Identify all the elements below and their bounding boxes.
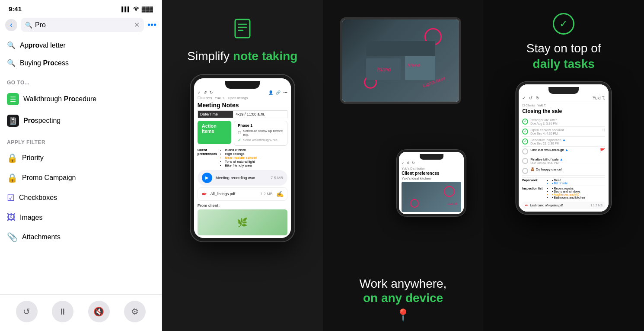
- goto-icon-prospecting: 📓: [7, 115, 19, 127]
- tasks-pdf: ✒ Last round of repairs.pdf 1.1.2 MB: [522, 202, 605, 209]
- spacer: [543, 96, 589, 100]
- panel2-title-normal: Work anywhere,: [360, 277, 447, 290]
- checkmark-done: ✓: [238, 138, 241, 142]
- search-result-icon: 🔍: [7, 41, 16, 49]
- phone-mockup-1: ✓ ↺ ↻ 👤 🔗 ••• ☐ Clients Yuki T. Open lis…: [191, 75, 294, 241]
- left-panel: 9:41 ▌▌▌ ▓▓▓ ‹ 🔍 Pro ✕ ••• 🔍 Approval le…: [0, 0, 162, 331]
- paperwork-content: • Deed • Bill of sale: [548, 179, 605, 185]
- svg-text:Island: Island: [407, 63, 420, 68]
- search-icon: 🔍: [25, 22, 32, 29]
- pref-island: Island kitchen: [225, 148, 257, 152]
- task-content-2: Open escrow account Due Sep 4, 4:30 PM: [530, 128, 600, 135]
- redo-icon-2: ↻: [412, 161, 415, 165]
- pdf-icon: ✒: [201, 190, 207, 198]
- pref-ceilings: High ceilings: [225, 152, 257, 156]
- repairs-item: • Recent repairs: [552, 187, 605, 190]
- search-result-icon: 🔍: [7, 59, 16, 67]
- pdf-filename: All_listings.pdf: [210, 192, 257, 196]
- yuki-label: Yuki T.: [593, 96, 605, 100]
- panel2-bottom: Work anywhere, on any device 📍: [360, 276, 447, 322]
- back-button[interactable]: ‹: [5, 19, 17, 31]
- panel-daily-tasks: ✓ Stay on top of daily tasks ✓ ↺ ↻ Yuki …: [483, 0, 644, 331]
- clear-button[interactable]: ✕: [134, 21, 140, 29]
- mute-button[interactable]: 🔇: [88, 301, 110, 322]
- note-subtitle-2: Yuki's ideal kitchen: [402, 177, 461, 180]
- phase-box: Phase 1 ☐ Schedule follow up before trip…: [234, 121, 287, 146]
- note-table: Date/Time 4-19 / 11:00 a.m.: [198, 110, 287, 118]
- table-value-datetime: 4-19 / 11:00 a.m.: [233, 110, 287, 118]
- task-due-2: Due Sep 4, 4:30 PM: [530, 132, 600, 135]
- phase-task-1: ☐ Schedule follow up before trip.: [238, 129, 284, 137]
- undo-icon: ↺: [204, 90, 207, 95]
- tasks-phone-mockup: ✓ ↺ ↻ Yuki T. ☐ Clients Yuki T. Closing …: [516, 82, 611, 214]
- deed-item: • Deed: [552, 179, 605, 182]
- task-checkbox-3: ✓: [522, 138, 528, 145]
- redo-icon: ↻: [210, 90, 213, 95]
- note-title-2: Client preferences: [402, 171, 461, 176]
- bathrooms-item: • Bathrooms and kitchen: [552, 196, 605, 199]
- svg-rect-0: [235, 19, 250, 38]
- search-input-container[interactable]: 🔍 Pro ✕: [21, 18, 144, 32]
- goto-walkthrough[interactable]: ☰ Walkthrough Procedure: [0, 88, 162, 110]
- panel3-title-highlight: daily tasks: [533, 57, 595, 71]
- task-content-4: One last walk-through ▲: [530, 148, 598, 152]
- filter-priority[interactable]: 🔒 Priority: [0, 148, 162, 168]
- pdf-file: ✒ All_listings.pdf 1.2 MB ✍: [198, 187, 287, 201]
- result-buying-process[interactable]: 🔍 Buying Process: [0, 54, 162, 72]
- panel3-title-normal: Stay on top of: [526, 42, 601, 55]
- check-icon-2: ✓: [402, 161, 405, 165]
- search-bar-row: ‹ 🔍 Pro ✕ •••: [0, 15, 162, 36]
- redo-icon-3: ↻: [536, 96, 539, 100]
- table-row-paperwork: Paperwork • Deed • Bill of sale: [522, 177, 605, 186]
- phone-kitchen-img: Island: [402, 182, 461, 212]
- tasks-table: Paperwork • Deed • Bill of sale Inspecti…: [522, 177, 605, 200]
- battery-icon: ▓▓▓: [142, 6, 153, 12]
- undo-icon-3: ↺: [529, 96, 532, 100]
- panel1-title-highlight: note taking: [233, 49, 297, 63]
- result-approval-letter[interactable]: 🔍 Approval letter: [0, 36, 162, 54]
- goto-text-prospecting: Prospecting: [23, 117, 61, 125]
- phone-mockup-2: ✓ ↺ ↻ Yuki's Distribution Client prefere…: [397, 150, 466, 216]
- breadcrumb: ☐ Clients Yuki T. Open listings: [198, 96, 287, 100]
- result-text: Approval letter: [20, 42, 66, 49]
- search-query: Pro: [35, 21, 131, 29]
- goto-prospecting[interactable]: 📓 Prospecting: [0, 110, 162, 132]
- task-checkbox-2: ✓: [522, 129, 528, 135]
- audio-filename: Meeting-recording.wav: [216, 176, 267, 180]
- task-content-6: 🧸 Do happy dance!: [530, 167, 605, 171]
- pdf-size-3: 1.1.2 MB: [590, 204, 603, 207]
- filter-images[interactable]: 🖼 Images: [0, 208, 162, 227]
- tablet-screen: Island Island Lights here: [342, 19, 459, 102]
- status-time: 9:41: [9, 5, 22, 13]
- task-inspection: ✓ Schedule inspection ▲ Due Sep 21, 2:30…: [522, 137, 605, 147]
- notes-icon: [232, 17, 253, 44]
- checkbox: ☐: [238, 131, 241, 135]
- lock-icon: 🔒: [7, 153, 18, 163]
- task-content-5: Finalize bill of sale ▲ Due Oct 24, 5:30…: [530, 157, 605, 164]
- device-showcase: Island Island Lights here ✓ ↺ ↻: [332, 9, 475, 216]
- attachments-icon: 📎: [7, 232, 18, 242]
- tasks-note-title: Closing the sale: [522, 108, 605, 114]
- dots-icon: •••: [283, 90, 287, 95]
- settings-button[interactable]: ⚙: [124, 301, 146, 322]
- panel1-title-normal: Simplify: [187, 49, 233, 63]
- undo-button[interactable]: ↺: [16, 301, 38, 322]
- status-icons: ▌▌▌ ▓▓▓: [121, 5, 153, 13]
- action-items-button[interactable]: Action Items: [198, 121, 231, 144]
- signal-icon: ▌▌▌: [121, 6, 130, 12]
- phone-screen-2: ✓ ↺ ↻ Yuki's Distribution Client prefere…: [399, 152, 464, 214]
- filter-promo-campaign[interactable]: 🔒 Promo Campaign: [0, 168, 162, 188]
- more-button[interactable]: •••: [147, 20, 156, 30]
- panel1-title: Simplify note taking: [187, 49, 297, 64]
- filter-checkboxes[interactable]: ☑ Checkboxes: [0, 188, 162, 208]
- phone-annotation-1: [444, 186, 455, 197]
- tasks-phone-notch: [548, 87, 579, 94]
- task-checkbox-4: [522, 148, 528, 154]
- pause-button[interactable]: ⏸: [52, 301, 73, 322]
- sign-icon: ✍: [276, 190, 284, 197]
- task-due-3: Due Sep 21, 2:30 PM: [530, 142, 605, 145]
- inspection-label: Inspection list: [522, 187, 546, 199]
- filter-attachments[interactable]: 📎 Attachments: [0, 227, 162, 247]
- flag-icon-4: 🚩: [600, 148, 605, 153]
- play-button[interactable]: ▶: [202, 173, 212, 183]
